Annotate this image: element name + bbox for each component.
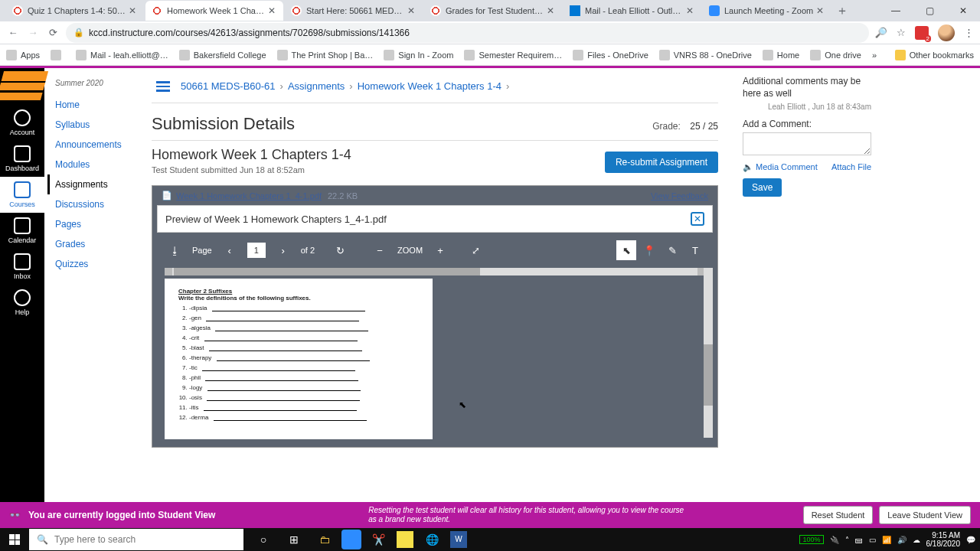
- resubmit-button[interactable]: Re-submit Assignment: [605, 152, 718, 173]
- institution-logo[interactable]: [0, 71, 48, 100]
- bookmark-item[interactable]: One drive: [810, 50, 861, 60]
- highlight-tool[interactable]: ✎: [662, 240, 682, 260]
- extension-icon[interactable]: [915, 26, 929, 40]
- course-nav-item[interactable]: Pages: [55, 214, 144, 234]
- view-feedback-link[interactable]: View Feedback: [651, 191, 708, 201]
- back-button[interactable]: ←: [6, 27, 20, 38]
- notifications-icon[interactable]: 💬: [966, 536, 975, 544]
- profile-avatar[interactable]: [938, 24, 955, 41]
- pointer-tool[interactable]: ⬉: [616, 240, 636, 260]
- course-nav-item[interactable]: Grades: [55, 234, 144, 254]
- fullscreen-icon[interactable]: ⤢: [466, 240, 485, 260]
- close-preview-button[interactable]: ✕: [691, 212, 704, 226]
- course-nav-item[interactable]: Home: [55, 95, 144, 115]
- pin-tool[interactable]: 📍: [639, 240, 659, 260]
- zoom-in-button[interactable]: +: [430, 240, 450, 260]
- close-tab-button[interactable]: ✕: [816, 6, 825, 15]
- prev-page-button[interactable]: ‹: [220, 240, 240, 260]
- browser-tab[interactable]: Homework Week 1 Chapters✕: [145, 1, 283, 21]
- bookmark-item[interactable]: Bakersfield College: [179, 50, 266, 60]
- bookmark-item[interactable]: Sign In - Zoom: [384, 50, 453, 60]
- browser-tab[interactable]: Launch Meeting - Zoom✕: [703, 1, 831, 21]
- close-tab-button[interactable]: ✕: [129, 6, 138, 15]
- browser-tab[interactable]: Mail - Leah Elliott - Outlook✕: [564, 1, 701, 21]
- vertical-scrollbar[interactable]: [704, 268, 713, 438]
- file-explorer-icon[interactable]: 🗀: [309, 528, 340, 551]
- rotate-icon[interactable]: ↻: [330, 240, 350, 260]
- bookmark-item[interactable]: VNRS 88 - OneDrive: [659, 50, 752, 60]
- file-name-link[interactable]: Week 1 Homework Chapters 1_4-1.pdf: [176, 191, 322, 201]
- course-nav-item[interactable]: Assignments: [47, 174, 144, 194]
- close-tab-button[interactable]: ✕: [407, 6, 416, 15]
- taskview-icon[interactable]: ⊞: [279, 528, 309, 551]
- battery-status[interactable]: 100%: [799, 535, 823, 544]
- minimize-button[interactable]: —: [879, 0, 913, 21]
- breadcrumb-section[interactable]: Assignments: [288, 80, 345, 92]
- horizontal-scrollbar[interactable]: [165, 268, 705, 276]
- usb-icon[interactable]: 🖴: [855, 536, 863, 544]
- nav-dashboard[interactable]: Dashboard: [0, 141, 44, 177]
- bookmark-item[interactable]: Semester Requirem…: [464, 50, 562, 60]
- other-bookmarks[interactable]: Other bookmarks: [895, 50, 974, 60]
- hamburger-icon[interactable]: [156, 81, 170, 92]
- search-icon[interactable]: 🔍: [875, 27, 887, 38]
- breadcrumb-page[interactable]: Homework Week 1 Chapters 1-4: [358, 80, 501, 92]
- snip-icon[interactable]: ✂️: [363, 528, 394, 551]
- menu-button[interactable]: ⋮: [964, 27, 974, 38]
- browser-tab[interactable]: Start Here: 50661 MEDS B60✕: [285, 1, 423, 21]
- course-nav-item[interactable]: Modules: [55, 155, 144, 174]
- bookmark-item[interactable]: Home: [763, 50, 799, 60]
- reset-student-button[interactable]: Reset Student: [803, 506, 874, 524]
- nav-account[interactable]: Account: [0, 105, 44, 141]
- course-nav-item[interactable]: Syllabus: [55, 115, 144, 135]
- touchpad-icon[interactable]: ▭: [869, 536, 876, 544]
- text-tool[interactable]: T: [685, 240, 705, 260]
- chrome-icon[interactable]: 🌐: [416, 528, 447, 551]
- bookmark-item[interactable]: [51, 50, 65, 60]
- clock[interactable]: 9:15 AM 6/18/2020: [926, 531, 961, 548]
- comment-textarea[interactable]: [743, 132, 871, 155]
- zoom-out-button[interactable]: −: [370, 240, 390, 260]
- close-tab-button[interactable]: ✕: [686, 6, 695, 15]
- bookmark-item[interactable]: Mail - leah.elliott@…: [76, 50, 168, 60]
- word-icon[interactable]: W: [450, 531, 467, 548]
- volume-icon[interactable]: 🔊: [897, 536, 906, 544]
- attach-file-link[interactable]: Attach File: [831, 162, 871, 172]
- address-bar[interactable]: 🔒 kccd.instructure.com/courses/42613/ass…: [66, 23, 869, 43]
- close-window-button[interactable]: ✕: [946, 0, 980, 21]
- next-page-button[interactable]: ›: [273, 240, 293, 260]
- start-button[interactable]: [0, 528, 29, 551]
- bookmark-item[interactable]: Apps: [6, 50, 40, 60]
- browser-tab[interactable]: Quiz 1 Chapters 1-4: 50661 M✕: [6, 1, 144, 21]
- bookmark-star-icon[interactable]: ☆: [897, 27, 906, 38]
- download-icon[interactable]: ⭳: [165, 240, 185, 260]
- breadcrumb-course[interactable]: 50661 MEDS-B60-61: [181, 80, 276, 92]
- taskbar-search[interactable]: 🔍 Type here to search: [29, 529, 243, 550]
- power-icon[interactable]: 🔌: [830, 536, 839, 544]
- wifi-icon[interactable]: 📶: [882, 536, 891, 544]
- zoom-app-icon[interactable]: [341, 530, 361, 549]
- course-nav-item[interactable]: Discussions: [55, 194, 144, 214]
- cortana-icon[interactable]: ○: [248, 528, 279, 551]
- nav-courses[interactable]: Courses: [0, 177, 44, 213]
- forward-button[interactable]: →: [26, 27, 40, 38]
- nav-help[interactable]: Help: [0, 285, 44, 321]
- tray-chevron-up-icon[interactable]: ˄: [845, 536, 849, 544]
- save-comment-button[interactable]: Save: [743, 178, 782, 197]
- course-nav-item[interactable]: Quizzes: [55, 254, 144, 274]
- sticky-notes-icon[interactable]: [397, 531, 413, 548]
- bookmarks-overflow[interactable]: »: [872, 51, 877, 60]
- bookmark-item[interactable]: The Print Shop | Ba…: [277, 50, 374, 60]
- document-canvas[interactable]: Chapter 2 Suffixes Write the definitions…: [157, 263, 713, 442]
- media-comment-link[interactable]: 🔈 Media Comment: [743, 162, 818, 172]
- maximize-button[interactable]: ▢: [913, 0, 946, 21]
- page-number-input[interactable]: [247, 243, 266, 258]
- leave-student-view-button[interactable]: Leave Student View: [879, 506, 971, 524]
- close-tab-button[interactable]: ✕: [547, 6, 556, 15]
- close-tab-button[interactable]: ✕: [268, 6, 277, 15]
- reload-button[interactable]: ⟳: [46, 27, 60, 38]
- browser-tab[interactable]: Grades for Test Student: 506✕: [424, 1, 562, 21]
- bookmark-item[interactable]: Files - OneDrive: [573, 50, 648, 60]
- new-tab-button[interactable]: ＋: [833, 2, 851, 20]
- nav-calendar[interactable]: Calendar: [0, 213, 44, 249]
